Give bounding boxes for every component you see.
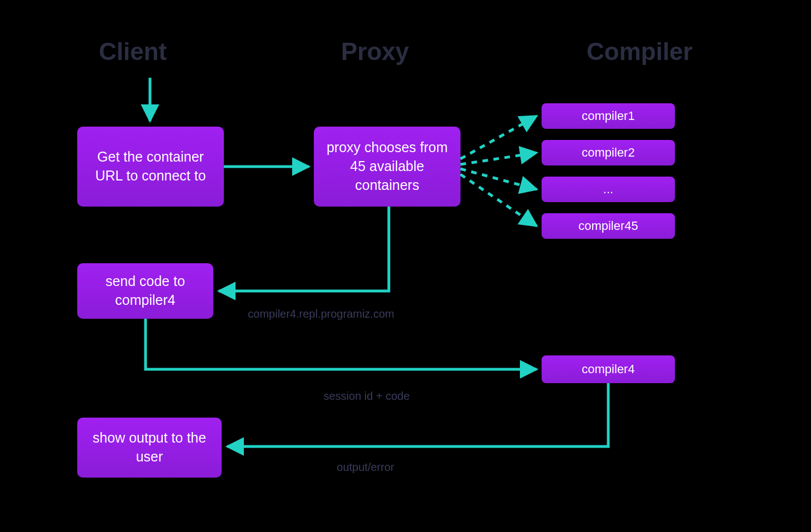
node-client-get-url: Get the container URL to connect to	[77, 127, 224, 207]
arrow-proxy-to-compiler1	[460, 116, 537, 159]
node-compiler-45: compiler45	[542, 213, 675, 239]
node-client-send-code: send code to compiler4	[77, 263, 213, 319]
heading-client: Client	[99, 38, 167, 66]
arrow-send-to-compiler4	[146, 319, 537, 369]
node-proxy-choose: proxy chooses from 45 available containe…	[314, 127, 460, 207]
node-client-show-output: show output to the user	[77, 418, 222, 478]
arrow-proxy-to-send	[219, 207, 389, 291]
node-compiler-2: compiler2	[542, 140, 675, 165]
heading-proxy: Proxy	[341, 38, 409, 66]
node-compiler-ellipsis: ...	[542, 177, 675, 202]
heading-compiler: Compiler	[587, 38, 693, 66]
edge-label-url: compiler4.repl.programiz.com	[227, 308, 415, 320]
arrow-proxy-to-compiler2	[460, 153, 537, 164]
arrow-proxy-to-compiler45	[460, 174, 537, 226]
edge-label-session: session id + code	[289, 390, 444, 403]
node-compiler-1: compiler1	[542, 103, 675, 129]
arrow-proxy-to-compiler-dots	[460, 169, 537, 189]
edge-label-output: output/error	[310, 461, 421, 474]
node-compiler-4: compiler4	[542, 355, 675, 383]
